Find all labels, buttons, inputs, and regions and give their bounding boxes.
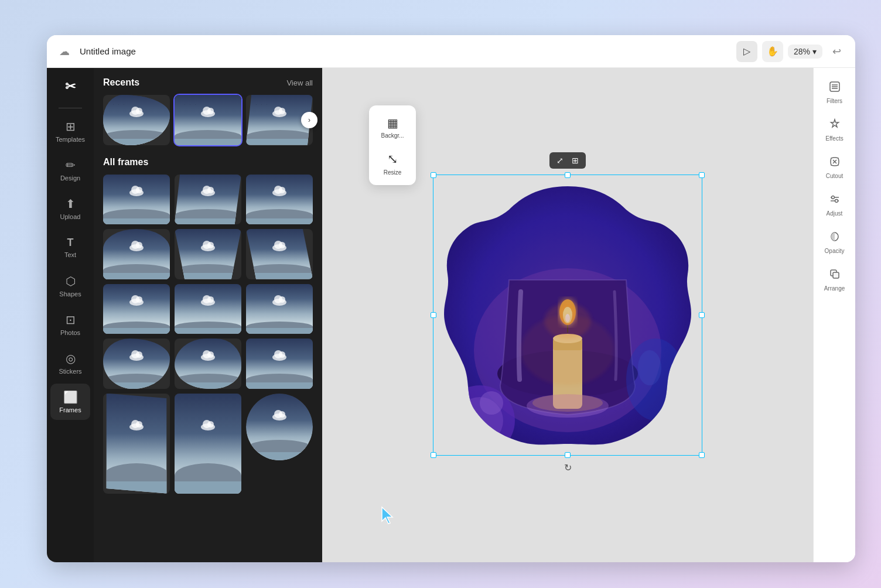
sidebar-item-templates[interactable]: ⊞ Templates bbox=[50, 113, 90, 149]
adjust-icon bbox=[829, 193, 841, 208]
context-panel: ▦ Backgr... ⤡ Resize bbox=[369, 105, 416, 185]
canvas-image bbox=[433, 175, 702, 456]
arrange-icon bbox=[829, 268, 841, 283]
frame-item-15[interactable] bbox=[246, 394, 313, 460]
zoom-control[interactable]: 28% ▾ bbox=[788, 45, 822, 59]
background-tool[interactable]: ▦ Backgr... bbox=[374, 110, 411, 144]
undo-icon: ↩ bbox=[832, 45, 841, 58]
document-title: Untitled image bbox=[80, 46, 729, 56]
effects-label: Effects bbox=[825, 135, 843, 142]
all-frames-grid bbox=[103, 175, 313, 494]
frames-panel: Recents View all ∙ ∙ ∙ bbox=[94, 68, 322, 562]
all-frames-header: All frames bbox=[103, 157, 313, 167]
right-item-opacity[interactable]: Opacity bbox=[817, 225, 852, 260]
cloud-save-icon[interactable]: ☁ bbox=[56, 43, 73, 60]
filters-label: Filters bbox=[827, 98, 842, 104]
frame-item-4[interactable] bbox=[103, 229, 170, 279]
right-item-filters[interactable]: Filters bbox=[817, 75, 852, 110]
svg-rect-19 bbox=[433, 175, 702, 456]
adjust-label: Adjust bbox=[827, 210, 843, 217]
canvas-toolbar: ⤢ ⊞ bbox=[549, 152, 586, 169]
background-label: Backgr... bbox=[381, 132, 404, 139]
rotate-handle[interactable]: ↻ bbox=[562, 461, 573, 473]
frame-item-13[interactable] bbox=[103, 394, 170, 494]
top-bar-actions: ▷ ✋ 28% ▾ ↩ bbox=[736, 41, 846, 62]
sidebar-divider bbox=[59, 108, 82, 108]
main-content: ✂ ⊞ Templates ✏ Design ⬆ Upload T Text ⬡… bbox=[47, 68, 855, 562]
recent-frame-2[interactable]: ∙ ∙ ∙ bbox=[175, 95, 241, 145]
view-all-button[interactable]: View all bbox=[286, 78, 313, 87]
shapes-icon: ⬡ bbox=[66, 274, 76, 288]
hand-icon: ✋ bbox=[767, 46, 778, 57]
svg-rect-31 bbox=[833, 272, 839, 278]
design-icon: ✏ bbox=[66, 158, 76, 172]
canvas-element[interactable]: ⤢ ⊞ ↻ bbox=[433, 175, 702, 456]
photos-icon: ⊡ bbox=[66, 313, 76, 327]
sidebar-item-stickers[interactable]: ◎ Stickers bbox=[50, 345, 90, 381]
frame-item-11[interactable] bbox=[175, 339, 241, 389]
top-bar: ☁ Untitled image ▷ ✋ 28% ▾ ↩ bbox=[47, 35, 855, 68]
logo-icon: ✂ bbox=[65, 79, 76, 94]
stickers-icon: ◎ bbox=[66, 351, 76, 365]
frame-item-10[interactable] bbox=[103, 339, 170, 389]
recent-frame-1[interactable]: ∙ ∙ ∙ bbox=[103, 95, 170, 145]
resize-label: Resize bbox=[384, 169, 402, 176]
all-frames-title: All frames bbox=[103, 157, 148, 167]
templates-icon: ⊞ bbox=[66, 119, 76, 134]
sidebar-item-text[interactable]: T Text bbox=[50, 229, 90, 265]
text-icon: T bbox=[67, 237, 74, 249]
app-logo: ✂ bbox=[59, 75, 82, 98]
frame-item-3[interactable] bbox=[246, 175, 313, 225]
recents-grid-wrapper: ∙ ∙ ∙ ∙ ∙ ∙ bbox=[103, 95, 313, 145]
expand-handle-button[interactable]: ⤢ bbox=[554, 155, 566, 166]
frame-item-8[interactable] bbox=[175, 284, 241, 334]
right-item-cutout[interactable]: Cutout bbox=[817, 150, 852, 185]
effects-icon bbox=[829, 118, 841, 133]
frame-item-2[interactable] bbox=[175, 175, 241, 225]
app-container: ☁ Untitled image ▷ ✋ 28% ▾ ↩ ✂ bbox=[47, 35, 855, 562]
background-icon: ▦ bbox=[387, 116, 398, 130]
frame-item-5[interactable] bbox=[175, 229, 241, 279]
arrange-label: Arrange bbox=[824, 285, 845, 292]
opacity-icon bbox=[829, 231, 841, 245]
recents-title: Recents bbox=[103, 77, 139, 88]
svg-point-28 bbox=[831, 196, 834, 199]
zoom-value: 28% bbox=[794, 47, 810, 56]
zoom-dropdown-icon: ▾ bbox=[812, 47, 817, 56]
recents-next-arrow[interactable]: › bbox=[301, 112, 317, 128]
sidebar-item-upload[interactable]: ⬆ Upload bbox=[50, 190, 90, 227]
frame-thumb-inner: ∙ ∙ ∙ bbox=[103, 95, 170, 145]
hand-tool-button[interactable]: ✋ bbox=[762, 41, 783, 62]
sidebar-item-design[interactable]: ✏ Design bbox=[50, 152, 90, 188]
cutout-icon bbox=[829, 156, 841, 170]
candle-svg bbox=[433, 175, 702, 456]
recents-header: Recents View all bbox=[103, 77, 313, 88]
svg-point-29 bbox=[835, 200, 838, 203]
right-item-arrange[interactable]: Arrange bbox=[817, 262, 852, 298]
sidebar-item-photos[interactable]: ⊡ Photos bbox=[50, 306, 90, 343]
recents-grid: ∙ ∙ ∙ ∙ ∙ ∙ bbox=[103, 95, 313, 145]
cutout-label: Cutout bbox=[826, 173, 843, 179]
frames-icon: ⬜ bbox=[63, 390, 78, 404]
resize-icon: ⤡ bbox=[387, 152, 398, 167]
grid-handle-button[interactable]: ⊞ bbox=[569, 155, 581, 166]
frame-item-14[interactable] bbox=[175, 394, 241, 494]
right-item-adjust[interactable]: Adjust bbox=[817, 187, 852, 223]
right-item-effects[interactable]: Effects bbox=[817, 112, 852, 148]
cursor-icon: ▷ bbox=[743, 46, 750, 57]
right-sidebar: Filters Effects Cutout Adjust bbox=[813, 68, 855, 562]
select-tool-button[interactable]: ▷ bbox=[736, 41, 757, 62]
sidebar-item-frames[interactable]: ⬜ Frames bbox=[50, 384, 90, 420]
left-sidebar: ✂ ⊞ Templates ✏ Design ⬆ Upload T Text ⬡… bbox=[47, 68, 94, 562]
upload-icon: ⬆ bbox=[66, 197, 76, 211]
sidebar-item-shapes[interactable]: ⬡ Shapes bbox=[50, 268, 90, 304]
frame-item-7[interactable] bbox=[103, 284, 170, 334]
frame-item-6[interactable] bbox=[246, 229, 313, 279]
frame-item-12[interactable] bbox=[246, 339, 313, 389]
frame-item-1[interactable] bbox=[103, 175, 170, 225]
filters-icon bbox=[829, 81, 841, 95]
resize-tool[interactable]: ⤡ Resize bbox=[374, 146, 411, 180]
undo-button[interactable]: ↩ bbox=[827, 42, 846, 61]
frame-item-9[interactable] bbox=[246, 284, 313, 334]
frame-thumb-inner: ∙ ∙ ∙ bbox=[175, 95, 241, 145]
